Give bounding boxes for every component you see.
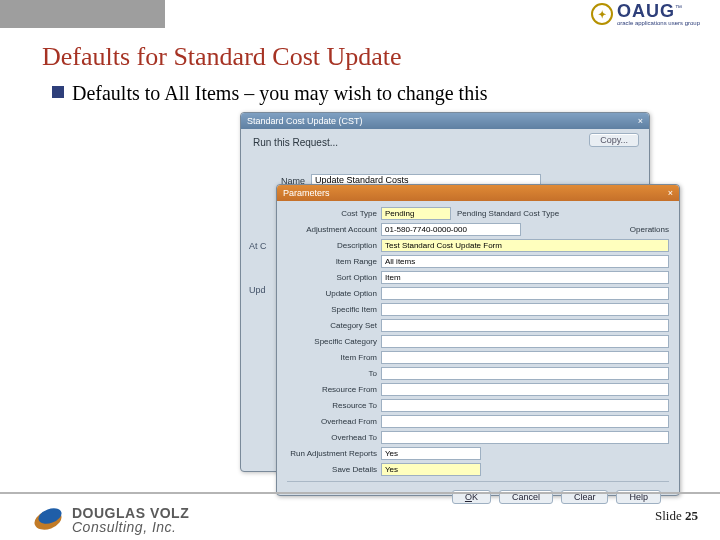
dv-logo-line2: Consulting, Inc. [72,520,189,534]
oaug-logo-block: ✦ OAUG™ oracle applications users group [591,2,700,26]
sort-option-label: Sort Option [287,273,381,282]
description-label: Description [287,241,381,250]
dv-swoosh-icon [32,507,66,533]
specific-item-input[interactable] [381,303,669,316]
update-option-input[interactable] [381,287,669,300]
close-icon[interactable]: × [668,188,673,198]
save-details-input[interactable]: Yes [381,463,481,476]
resource-to-input[interactable] [381,399,669,412]
copy-button[interactable]: Copy... [589,133,639,147]
overhead-from-label: Overhead From [287,417,381,426]
parameters-modal: Parameters × Cost Type Pending Pending S… [276,184,680,496]
dialog-button-row: OK Cancel Clear Help [287,486,669,504]
outer-modal-title: Standard Cost Update (CST) [247,116,363,126]
slide-number: Slide 25 [655,508,698,524]
page-title: Defaults for Standard Cost Update [42,42,402,72]
run-adj-reports-input[interactable]: Yes [381,447,481,460]
parameters-title: Parameters [283,188,330,198]
dv-logo-line1: DOUGLAS VOLZ [72,506,189,520]
item-from-input[interactable] [381,351,669,364]
divider [287,481,669,482]
square-bullet-icon [52,86,64,98]
category-set-input[interactable] [381,319,669,332]
parameters-titlebar[interactable]: Parameters × [277,185,679,201]
cost-type-label: Cost Type [287,209,381,218]
item-range-label: Item Range [287,257,381,266]
cost-type-desc: Pending Standard Cost Type [457,209,559,218]
douglas-volz-logo: DOUGLAS VOLZ Consulting, Inc. [32,506,189,534]
close-icon[interactable]: × [638,116,643,126]
run-adj-reports-label: Run Adjustment Reports [287,449,381,458]
resource-to-label: Resource To [287,401,381,410]
outer-modal-titlebar[interactable]: Standard Cost Update (CST) × [241,113,649,129]
update-option-label: Update Option [287,289,381,298]
overhead-to-input[interactable] [381,431,669,444]
overhead-to-label: Overhead To [287,433,381,442]
specific-item-label: Specific Item [287,305,381,314]
bullet-text: Defaults to All Items – you may wish to … [72,82,488,105]
oaug-brand: OAUG™ [617,2,700,20]
to1-input[interactable] [381,367,669,380]
resource-from-label: Resource From [287,385,381,394]
footer-rule [0,492,720,494]
item-range-input[interactable]: All items [381,255,669,268]
app-screenshot: Standard Cost Update (CST) × Run this Re… [240,112,650,512]
run-this-request-label: Run this Request... [253,137,639,148]
save-details-label: Save Details [287,465,381,474]
cost-type-input[interactable]: Pending [381,207,451,220]
specific-category-input[interactable] [381,335,669,348]
adj-account-input[interactable]: 01-580-7740-0000-000 [381,223,521,236]
adj-account-trail: Operations [630,225,669,234]
overhead-from-input[interactable] [381,415,669,428]
gray-accent-box [0,0,165,28]
top-bar: ✦ OAUG™ oracle applications users group [0,0,720,28]
resource-from-input[interactable] [381,383,669,396]
stub-label-1: At C [249,241,267,251]
description-input[interactable]: Test Standard Cost Update Form [381,239,669,252]
bullet-row: Defaults to All Items – you may wish to … [52,82,488,105]
item-from-label: Item From [287,353,381,362]
specific-category-label: Specific Category [287,337,381,346]
adj-account-label: Adjustment Account [287,225,381,234]
category-set-label: Category Set [287,321,381,330]
stub-label-2: Upd [249,285,266,295]
to1-label: To [287,369,381,378]
oaug-badge-icon: ✦ [591,3,613,25]
oaug-tagline: oracle applications users group [617,20,700,26]
sort-option-input[interactable]: Item [381,271,669,284]
